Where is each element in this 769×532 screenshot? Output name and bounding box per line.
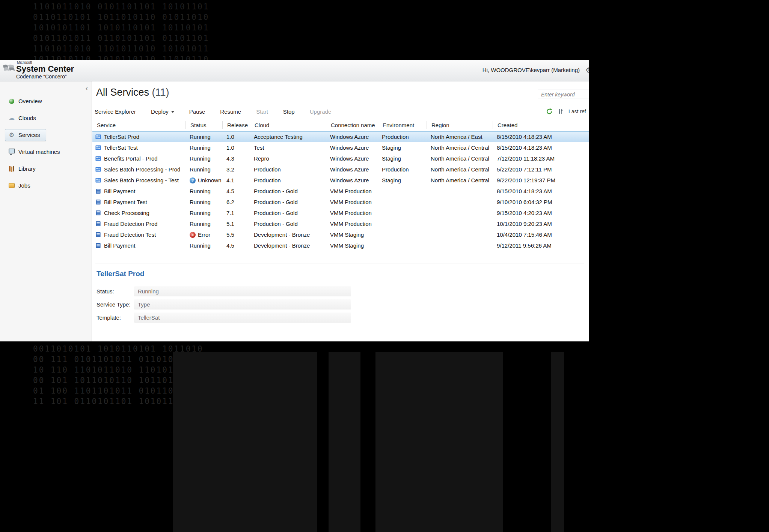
overview-icon [8, 98, 15, 105]
sidebar-item-label: Jobs [18, 182, 30, 189]
service-name: Bill Payment Test [104, 199, 147, 205]
table-row[interactable]: Fraud Detection Test×Error5.5Development… [92, 229, 589, 240]
sidebar-item-pill: ☁Clouds [5, 112, 42, 124]
toolbar-button-upgrade[interactable]: Upgrade [302, 108, 339, 115]
cloud-cell: Production [250, 177, 326, 183]
service-cell: Fraud Detection Prod [92, 221, 186, 227]
jobs-icon [8, 182, 15, 189]
release-cell: 4.5 [223, 242, 250, 249]
service-name: Bill Payment [104, 242, 135, 249]
connection-cell: VMM Production [326, 221, 378, 227]
environment-cell: Staging [378, 144, 427, 151]
filter-icon[interactable] [558, 108, 564, 114]
table-row[interactable]: Bill PaymentRunning4.5Production - GoldV… [92, 186, 589, 197]
status-text: Running [190, 221, 211, 227]
sidebar-item-pill: Virtual machines [5, 146, 66, 158]
details-field-value: TellerSat [134, 313, 351, 323]
connection-cell: VMM Production [326, 188, 378, 194]
table-row[interactable]: Benefits Portal - ProdRunning4.3ReproWin… [92, 153, 589, 164]
status-text: Running [190, 134, 211, 140]
table-row[interactable]: TellerSat TestRunning1.0TestWindows Azur… [92, 142, 589, 153]
table-row[interactable]: Bill PaymentRunning4.5Development - Bron… [92, 240, 589, 251]
service-name: TellerSat Test [104, 144, 138, 151]
sidebar-item-jobs[interactable]: Jobs [0, 177, 92, 194]
toolbar-button-resume[interactable]: Resume [213, 108, 249, 115]
sidebar-item-overview[interactable]: Overview [0, 93, 92, 110]
unknown-status-icon: ? [190, 177, 196, 183]
sidebar-item-library[interactable]: Library [0, 160, 92, 177]
column-header-service[interactable]: Service [92, 121, 186, 129]
table-row[interactable]: Sales Batch Processing - ProdRunning3.2P… [92, 164, 589, 175]
created-cell: 10/4/2010 7:15:46 AM [493, 231, 554, 238]
library-icon [8, 165, 15, 172]
column-header-status[interactable]: Status [186, 121, 223, 129]
region-cell: North America / East [427, 134, 493, 140]
binary-decoration-top: 1101011010 0101101101 101011010110110101… [33, 2, 209, 65]
dimmed-window [375, 352, 503, 532]
cloud-cell: Development - Bronze [250, 231, 326, 238]
release-cell: 5.1 [223, 221, 250, 227]
table-row[interactable]: Bill Payment TestRunning6.2Production - … [92, 197, 589, 207]
status-cell: Running [186, 134, 223, 140]
toolbar-button-label: Resume [220, 108, 241, 115]
status-text: Unknown [198, 177, 222, 183]
cloud-cell: Production [250, 166, 326, 173]
table-row[interactable]: TellerSat ProdRunning1.0Acceptance Testi… [92, 131, 589, 142]
status-cell: Running [186, 166, 223, 173]
details-field-label: Service Type: [97, 301, 134, 308]
brand-text: Microsoft System Center Codename “Concer… [16, 61, 74, 80]
toolbar-button-label: Deploy [151, 108, 169, 115]
details-field: Template: TellerSat [95, 311, 584, 324]
table-row[interactable]: Sales Batch Processing - Test?Unknown4.1… [92, 175, 589, 186]
details-field-value: Running [134, 286, 351, 296]
created-cell: 8/15/2010 4:18:23 AM [493, 188, 554, 194]
region-cell: North America / Central [427, 155, 493, 162]
status-text: Running [190, 242, 211, 249]
toolbar-button-stop[interactable]: Stop [276, 108, 302, 115]
column-header-release[interactable]: Release [223, 121, 250, 129]
release-cell: 6.2 [223, 199, 250, 205]
dropdown-caret-icon [171, 111, 174, 113]
toolbar-button-label: Service Explorer [95, 108, 136, 115]
page-title-count: (11) [152, 87, 169, 98]
table-body: TellerSat ProdRunning1.0Acceptance Testi… [92, 131, 589, 251]
environment-cell: Production [378, 166, 427, 173]
binary-text-line: 1101011010 0101101101 10101101 [33, 2, 209, 12]
settings-icon[interactable]: ⚙ [585, 66, 589, 75]
status-text: Error [198, 231, 210, 238]
connection-cell: Windows Azure [326, 134, 378, 140]
column-header-cloud[interactable]: Cloud [250, 121, 326, 129]
toolbar-button-start[interactable]: Start [249, 108, 276, 115]
details-field-label: Status: [97, 288, 134, 295]
sidebar-item-services[interactable]: ⚙Services [0, 126, 92, 143]
environment-cell: Staging [378, 155, 427, 162]
column-header-filler [554, 121, 589, 129]
error-status-icon: × [190, 232, 196, 238]
sidebar-item-virtual-machines[interactable]: Virtual machines [0, 143, 92, 160]
service-cell: Fraud Detection Test [92, 231, 186, 238]
refresh-icon[interactable] [546, 108, 553, 115]
sidebar-collapse-icon[interactable]: ‹ [86, 84, 88, 92]
toolbar-button-pause[interactable]: Pause [182, 108, 213, 115]
toolbar-button-service-explorer[interactable]: Service Explorer [92, 108, 143, 115]
toolbar-button-deploy[interactable]: Deploy [143, 108, 182, 115]
cloud-cell: Production - Gold [250, 221, 326, 227]
service-cell: Benefits Portal - Prod [92, 155, 186, 162]
table-row[interactable]: Check ProcessingRunning7.1Production - G… [92, 207, 589, 218]
services-icon: ⚙ [8, 132, 15, 138]
column-header-created[interactable]: Created [493, 121, 554, 129]
column-header-environment[interactable]: Environment [378, 121, 427, 129]
vmm-service-icon [95, 210, 101, 216]
sidebar-item-pill: Overview [5, 95, 48, 107]
status-cell: Running [186, 155, 223, 162]
column-header-region[interactable]: Region [427, 121, 493, 129]
search-input[interactable] [538, 90, 589, 99]
sidebar-item-clouds[interactable]: ☁Clouds [0, 110, 92, 126]
status-cell: Running [186, 221, 223, 227]
created-cell: 8/15/2010 4:18:23 AM [493, 144, 554, 151]
column-header-connection-name[interactable]: Connection name [326, 121, 378, 129]
toolbar-button-label: Stop [283, 108, 295, 115]
release-cell: 4.5 [223, 188, 250, 194]
table-row[interactable]: Fraud Detection ProdRunning5.1Production… [92, 218, 589, 229]
region-cell: North America / Central [427, 177, 493, 183]
